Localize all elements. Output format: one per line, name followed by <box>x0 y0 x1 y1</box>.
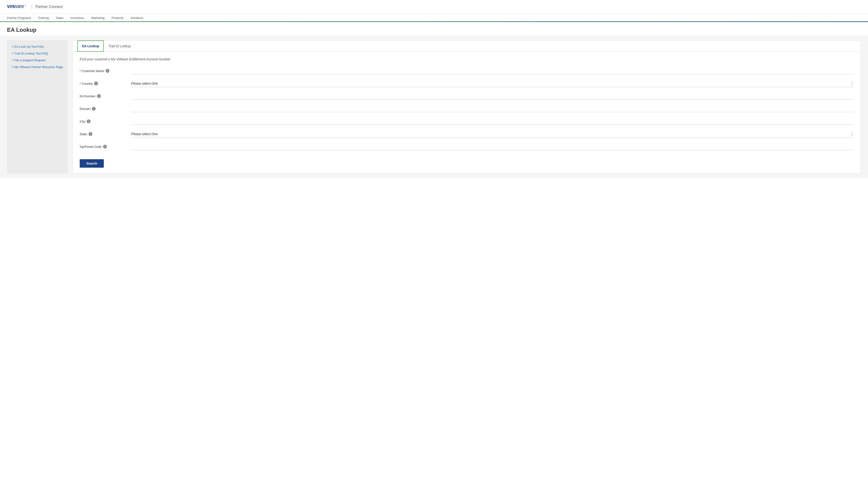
form-area: EA Lookup Trail ID Lookup Find your cust… <box>72 40 861 174</box>
info-icon-ea-number[interactable]: i <box>97 94 101 98</box>
info-icon-zip[interactable]: i <box>103 145 107 149</box>
customer-name-input[interactable] <box>131 67 854 74</box>
svg-text:vm: vm <box>7 3 14 9</box>
partner-connect-title: Partner Connect <box>35 5 63 9</box>
form-row-button: Search <box>80 155 854 168</box>
tab-trail-id-lookup[interactable]: Trail ID Lookup <box>104 40 135 52</box>
input-area-domain <box>131 105 854 112</box>
main-content: EA Look Up Tool FAQ Trail ID Lookup Tool… <box>0 35 868 178</box>
svg-text:ware: ware <box>13 3 24 9</box>
sidebar-link-ea-faq[interactable]: EA Look Up Tool FAQ <box>12 45 63 49</box>
form-row-ea-number: EA Number: i <box>80 92 854 100</box>
sidebar-link-partner-resource[interactable]: My VMware Partner Resource Page <box>12 65 63 69</box>
nav-solutions[interactable]: Solutions <box>131 14 143 22</box>
label-country: * Country: i <box>80 82 131 85</box>
nav-bar: Partner Programs Training Sales Incentiv… <box>0 14 868 22</box>
label-city: City: i <box>80 119 131 123</box>
logo-divider: | <box>31 5 32 9</box>
zip-input[interactable] <box>131 143 854 150</box>
form-content: Find your customer's My VMware Entitleme… <box>73 52 861 173</box>
nav-marketing[interactable]: Marketing <box>91 14 104 22</box>
input-area-country: Please select One ⋮ <box>131 80 854 87</box>
input-area-zip <box>131 143 854 150</box>
form-row-state: State: i Please select One ⋮ <box>80 130 854 138</box>
country-select-arrow: ⋮ <box>850 81 854 86</box>
required-star: * <box>80 69 81 73</box>
domain-input[interactable] <box>131 105 854 112</box>
info-icon-state[interactable]: i <box>89 132 92 136</box>
city-input[interactable] <box>131 118 854 125</box>
form-description: Find your customer's My VMware Entitleme… <box>80 57 854 61</box>
sidebar: EA Look Up Tool FAQ Trail ID Lookup Tool… <box>7 40 68 174</box>
nav-sales[interactable]: Sales <box>56 14 64 22</box>
info-icon-customer-name[interactable]: i <box>106 69 110 73</box>
sidebar-link-support[interactable]: File a Support Request <box>12 58 63 62</box>
form-row-domain: Domain: i <box>80 104 854 113</box>
nav-training[interactable]: Training <box>38 14 49 22</box>
nav-products[interactable]: Products <box>112 14 123 22</box>
state-select-arrow: ⋮ <box>850 132 854 136</box>
label-state: State: i <box>80 132 131 136</box>
info-icon-city[interactable]: i <box>87 119 90 123</box>
input-area-city <box>131 118 854 125</box>
country-select[interactable]: Please select One <box>131 82 850 85</box>
required-star-country: * <box>80 82 81 85</box>
header: vm ware ® | Partner Connect <box>0 0 868 14</box>
label-ea-number: EA Number: i <box>80 94 131 98</box>
state-select-wrapper: Please select One ⋮ <box>131 130 854 138</box>
country-select-wrapper: Please select One ⋮ <box>131 80 854 87</box>
label-customer-name: * Customer Name: i <box>80 69 131 73</box>
ea-number-input[interactable] <box>131 93 854 100</box>
page-title-section: EA Lookup <box>0 22 868 35</box>
svg-text:®: ® <box>25 4 26 6</box>
state-select[interactable]: Please select One <box>131 132 850 136</box>
tabs-container: EA Lookup Trail ID Lookup <box>73 40 861 52</box>
input-area-state: Please select One ⋮ <box>131 130 854 138</box>
form-row-customer-name: * Customer Name: i <box>80 67 854 75</box>
vmware-logo: vm ware ® <box>7 3 28 11</box>
nav-partner-programs[interactable]: Partner Programs <box>7 14 31 22</box>
tab-ea-lookup[interactable]: EA Lookup <box>78 40 104 52</box>
info-icon-domain[interactable]: i <box>92 107 96 111</box>
input-area-customer-name <box>131 67 854 74</box>
nav-incentives[interactable]: Incentives <box>71 14 84 22</box>
info-icon-country[interactable]: i <box>94 82 98 85</box>
form-row-country: * Country: i Please select One ⋮ <box>80 79 854 88</box>
label-domain: Domain: i <box>80 107 131 111</box>
page-title: EA Lookup <box>7 27 861 33</box>
form-row-city: City: i <box>80 117 854 126</box>
sidebar-link-trail-faq[interactable]: Trail ID Lookup Tool FAQ <box>12 52 63 55</box>
logo-area: vm ware ® | Partner Connect <box>7 3 63 11</box>
form-row-zip: Zip/Postal Code: i <box>80 142 854 151</box>
search-button[interactable]: Search <box>80 159 104 168</box>
label-zip: Zip/Postal Code: i <box>80 145 131 149</box>
input-area-ea-number <box>131 93 854 100</box>
